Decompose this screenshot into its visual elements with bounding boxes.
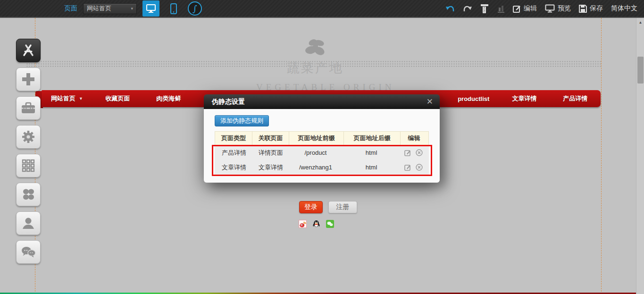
ruler-button[interactable] <box>480 4 489 14</box>
cell-page-type: 文章详情 <box>215 163 251 172</box>
pseudo-static-dialog: 伪静态设置 ✕ 添加伪静态规则 页面类型 关联页面 页面地址前缀 页面地址后缀 … <box>204 94 440 183</box>
chat-bubbles-icon <box>20 245 36 259</box>
nav-item-label: 收藏页面 <box>106 94 130 103</box>
login-button[interactable]: 登录 <box>299 201 323 213</box>
clover-icon <box>22 188 35 201</box>
social-links <box>299 220 334 228</box>
sidebar-item-wechat[interactable] <box>16 240 41 264</box>
page-selector-dropdown[interactable]: 网站首页 ▾ <box>83 3 137 14</box>
cell-linked-page: 文章详情 <box>251 163 288 172</box>
wechat-icon[interactable] <box>326 220 334 228</box>
nav-item-home[interactable]: 网站首页 ▼ <box>42 90 92 107</box>
sidebar-item-settings[interactable] <box>16 125 41 149</box>
nav-item-label: 肉类海鲜 <box>156 94 181 103</box>
gear-icon <box>21 129 36 144</box>
sidebar-item-member[interactable] <box>16 211 41 235</box>
mobile-icon <box>170 3 177 14</box>
weibo-icon[interactable] <box>299 220 307 228</box>
chevron-down-icon: ▾ <box>131 6 133 11</box>
toolbar-right-group: 编辑 预览 保存 简体中文 <box>445 0 637 17</box>
sidebar-item-add-module[interactable] <box>16 67 41 91</box>
nav-item-label: 文章详情 <box>512 94 536 103</box>
sidebar-item-design-tools[interactable] <box>16 39 41 62</box>
stats-icon <box>497 4 505 13</box>
stats-button[interactable] <box>497 4 505 13</box>
scroll-up-arrow[interactable]: ▲ <box>636 20 644 25</box>
site-logo: 蔬菜产地 VEGETABLE ORIGIN <box>256 37 374 92</box>
mobile-view-button[interactable] <box>165 0 182 17</box>
scrollbar-thumb[interactable] <box>637 57 644 84</box>
col-header-suffix: 页面地址后缀 <box>343 132 400 145</box>
chevron-down-icon: ▼ <box>79 96 83 101</box>
redo-button[interactable] <box>463 5 472 12</box>
close-icon[interactable]: ✕ <box>427 98 433 106</box>
col-header-prefix: 页面地址前缀 <box>289 132 343 145</box>
logo-title: 蔬菜产地 <box>256 59 374 76</box>
page-label: 页面 <box>64 4 77 13</box>
nav-item-label: 网站首页 <box>51 94 75 103</box>
preview-button[interactable]: 预览 <box>545 4 571 13</box>
grid-icon <box>22 159 35 172</box>
delete-row-icon[interactable] <box>416 149 423 156</box>
toolbar-left-group: 页面 网站首页 ▾ ∫ <box>64 0 202 17</box>
col-header-edit: 编辑 <box>400 132 427 145</box>
nav-item-label: productlist <box>458 95 489 102</box>
sidebar-item-toolbox[interactable] <box>16 96 41 120</box>
layout-guide-right <box>601 18 602 294</box>
cell-prefix: /wenzhang1 <box>288 164 343 171</box>
top-toolbar: 页面 网站首页 ▾ ∫ <box>0 0 644 18</box>
toolbox-icon <box>21 101 36 115</box>
sidebar-item-grid-modules[interactable] <box>16 154 41 177</box>
rules-table: 页面类型 关联页面 页面地址前缀 页面地址后缀 编辑 产品详情 详情页面 /pr… <box>215 131 429 175</box>
nav-item[interactable]: 文章详情 <box>499 90 550 107</box>
page-selector-value: 网站首页 <box>87 4 111 13</box>
save-label: 保存 <box>590 4 603 13</box>
qq-icon[interactable] <box>312 220 320 228</box>
dialog-title: 伪静态设置 <box>212 98 245 106</box>
cell-prefix: /product <box>288 149 343 156</box>
nav-item[interactable]: productlist <box>448 90 499 107</box>
edit-mode-label: 编辑 <box>524 4 537 13</box>
table-row: 产品详情 详情页面 /product html <box>215 145 429 160</box>
nav-item[interactable]: 肉类海鲜 <box>143 90 194 107</box>
nav-item[interactable]: 收藏页面 <box>92 90 143 107</box>
register-button[interactable]: 注册 <box>328 201 357 213</box>
dialog-body: 添加伪静态规则 页面类型 关联页面 页面地址前缀 页面地址后缀 编辑 产品详情 … <box>204 109 440 183</box>
dialog-titlebar[interactable]: 伪静态设置 ✕ <box>204 94 440 109</box>
delete-row-icon[interactable] <box>416 164 423 171</box>
preview-monitor-icon <box>545 4 555 13</box>
edit-pencil-icon <box>513 5 521 13</box>
desktop-view-button[interactable] <box>142 0 159 17</box>
col-header-linked-page: 关联页面 <box>252 132 289 145</box>
desktop-icon <box>146 4 156 13</box>
table-row: 文章详情 文章详情 /wenzhang1 html <box>215 160 429 175</box>
plus-icon <box>21 72 35 86</box>
cell-suffix: html <box>343 164 400 171</box>
undo-button[interactable] <box>445 5 455 12</box>
edit-mode-button[interactable]: 编辑 <box>513 4 537 13</box>
preview-label: 预览 <box>558 4 571 13</box>
scrollbar[interactable]: ▲ <box>636 18 644 294</box>
redo-icon <box>463 5 472 12</box>
ruler-icon <box>480 4 489 14</box>
add-rule-button[interactable]: 添加伪静态规则 <box>215 115 269 126</box>
cell-page-type: 产品详情 <box>215 149 251 157</box>
cell-linked-page: 详情页面 <box>251 149 288 157</box>
nav-item[interactable]: 产品详情 <box>550 90 601 107</box>
person-icon <box>21 216 35 230</box>
design-tools-icon <box>21 43 35 58</box>
edit-row-icon[interactable] <box>404 150 411 156</box>
language-switcher[interactable]: 简体中文 <box>611 4 637 13</box>
table-rows: 产品详情 详情页面 /product html 文章详情 <box>215 145 429 175</box>
cell-suffix: html <box>343 149 400 156</box>
edit-row-icon[interactable] <box>404 164 411 171</box>
vegetable-logo-icon <box>301 37 330 59</box>
save-button[interactable]: 保存 <box>579 4 603 13</box>
save-floppy-icon <box>579 5 587 13</box>
undo-icon <box>445 5 455 12</box>
nav-item-label: 产品详情 <box>563 94 587 103</box>
builder-logo-icon[interactable]: ∫ <box>188 1 202 16</box>
sidebar-item-apps[interactable] <box>16 183 41 206</box>
col-header-page-type: 页面类型 <box>215 132 252 145</box>
table-header-row: 页面类型 关联页面 页面地址前缀 页面地址后缀 编辑 <box>215 131 429 145</box>
